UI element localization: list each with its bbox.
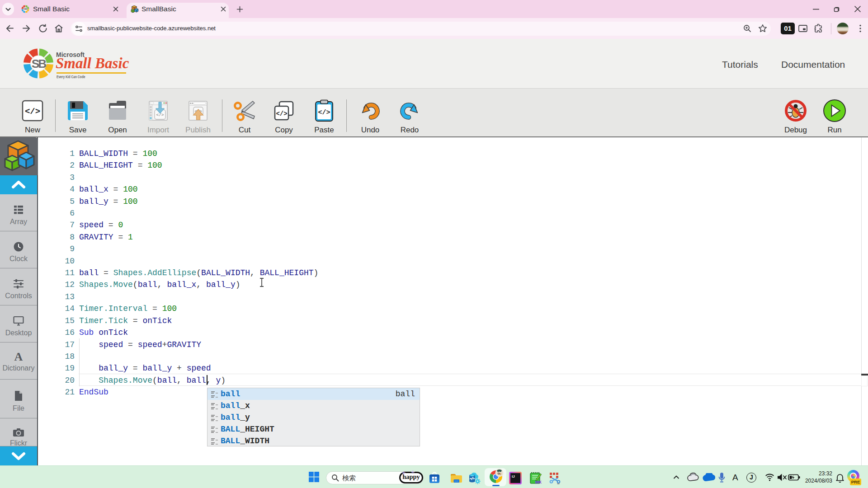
svg-text:</>: </> [318,109,330,117]
svg-text:IJ: IJ [512,474,515,479]
svg-text:MK: MK [535,480,542,484]
svg-text:</>: </> [276,110,287,117]
svg-text:</>: </> [25,107,40,117]
svg-text:SB: SB [32,57,47,70]
svg-text:SB: SB [24,7,28,10]
